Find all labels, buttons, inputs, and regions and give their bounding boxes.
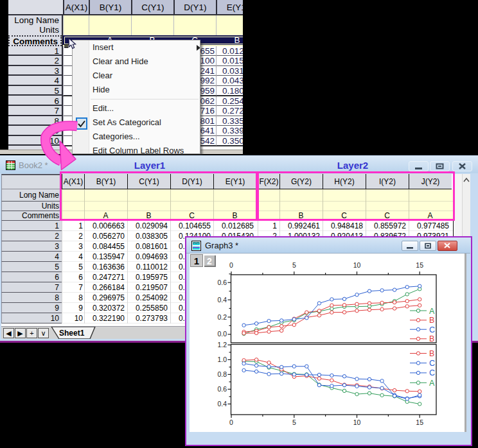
- svg-text:5: 5: [292, 261, 296, 269]
- svg-text:0: 0: [229, 418, 233, 426]
- svg-text:15: 15: [416, 418, 423, 426]
- svg-text:B: B: [429, 334, 434, 343]
- svg-text:1.2: 1.2: [217, 341, 227, 349]
- svg-text:B: B: [429, 316, 434, 325]
- svg-text:0: 0: [229, 261, 233, 269]
- svg-text:0.8: 0.8: [217, 370, 227, 378]
- svg-text:B: B: [429, 349, 434, 358]
- svg-text:C: C: [429, 368, 435, 377]
- svg-text:0.6: 0.6: [217, 385, 227, 393]
- svg-text:0.4: 0.4: [217, 296, 227, 304]
- svg-text:C: C: [429, 325, 435, 334]
- svg-text:C: C: [429, 359, 435, 368]
- svg-text:15: 15: [416, 261, 423, 269]
- svg-text:5: 5: [292, 418, 296, 426]
- svg-text:0.6: 0.6: [217, 279, 227, 286]
- svg-text:0.4: 0.4: [217, 400, 227, 408]
- svg-text:A: A: [429, 307, 435, 316]
- svg-text:1.0: 1.0: [217, 356, 227, 363]
- svg-text:10: 10: [353, 418, 361, 426]
- svg-text:10: 10: [353, 261, 361, 269]
- svg-text:0.2: 0.2: [217, 313, 227, 321]
- svg-text:A: A: [429, 379, 435, 388]
- svg-text:0.0: 0.0: [217, 330, 227, 338]
